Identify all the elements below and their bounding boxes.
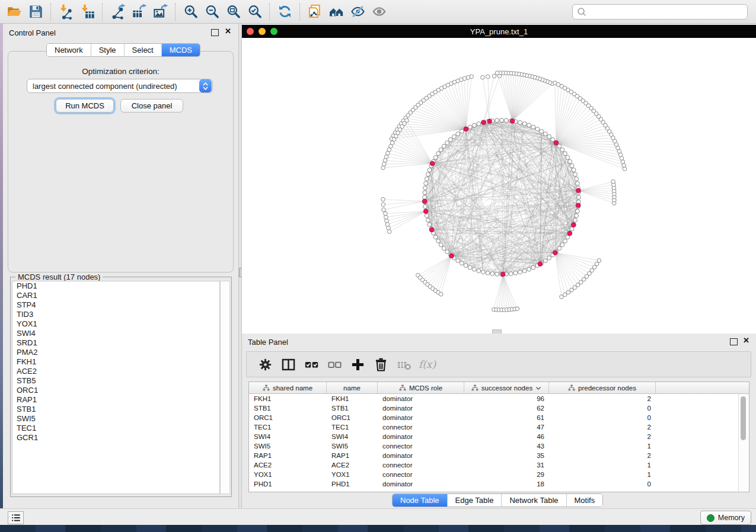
mcds-result-item[interactable]: STP4 [12, 300, 219, 310]
table-cell: STB1 [249, 405, 327, 412]
table-cell: RAP1 [249, 452, 327, 459]
table-row[interactable]: ORC1ORC1dominator610 [249, 413, 749, 422]
mcds-result-item[interactable]: GCR1 [12, 433, 219, 443]
zoom-selected-button[interactable] [244, 2, 265, 22]
table-scrollbar[interactable] [738, 394, 748, 492]
deselect-all-button[interactable] [323, 354, 346, 375]
tab-network-table[interactable]: Network Table [502, 494, 566, 507]
network-graph[interactable] [242, 38, 756, 334]
export-network-button[interactable] [107, 2, 128, 22]
tab-edge-table[interactable]: Edge Table [448, 494, 502, 507]
column-header-shared-name[interactable]: shared name [249, 382, 327, 393]
table-cell: connector [378, 424, 464, 431]
table-cell: FKH1 [327, 395, 378, 402]
add-column-button[interactable] [346, 354, 369, 375]
table-cell: 29 [464, 471, 549, 478]
mcds-result-item[interactable]: TID3 [12, 310, 219, 319]
network-canvas[interactable] [242, 38, 756, 334]
mcds-result-item[interactable]: ACE2 [12, 367, 219, 376]
refresh-button[interactable] [274, 2, 295, 22]
visibility-button[interactable] [368, 2, 390, 22]
table-row[interactable]: SWI5SWI5connector431 [249, 441, 749, 451]
export-table-button[interactable] [128, 2, 149, 22]
column-header-predecessor-nodes[interactable]: predecessor nodes [549, 382, 656, 393]
homology-search-button[interactable] [326, 2, 347, 22]
delete-table-button[interactable] [393, 354, 416, 375]
table-row[interactable]: PHD1PHD1dominator180 [249, 479, 749, 489]
column-header-successor-nodes[interactable]: successor nodes [464, 382, 549, 393]
table-row[interactable]: SWI4SWI4dominator462 [249, 432, 749, 441]
open-button[interactable] [4, 2, 25, 22]
export-image-button[interactable] [149, 2, 171, 22]
mcds-result-item[interactable]: STB5 [12, 376, 219, 386]
network-window-titlebar[interactable]: YPA_prune.txt_1 [242, 25, 756, 38]
delete-column-button[interactable] [369, 354, 393, 375]
mcds-result-item[interactable]: SRD1 [12, 338, 219, 348]
export-table-icon [131, 4, 147, 20]
optimization-select-value: largest connected component (undirected) [27, 82, 199, 91]
save-button[interactable] [25, 2, 46, 22]
task-history-button[interactable] [8, 511, 24, 524]
search-box[interactable] [572, 4, 748, 20]
table-row[interactable]: TEC1TEC1connector472 [249, 422, 749, 432]
table-row[interactable]: YOX1YOX1connector291 [249, 470, 749, 479]
zoom-out-button[interactable] [201, 2, 222, 22]
zoom-in-button[interactable] [180, 2, 201, 22]
mcds-result-item[interactable]: SWI5 [12, 414, 219, 424]
column-header-MCDS-role[interactable]: MCDS role [378, 382, 464, 393]
table-cell: ACE2 [249, 462, 327, 469]
column-header-name[interactable]: name [327, 382, 378, 393]
hide-visibility-button[interactable] [347, 2, 368, 22]
search-input[interactable] [587, 7, 744, 17]
mcds-list-scrollbar[interactable] [220, 281, 230, 494]
table-cell: 1 [549, 471, 656, 478]
mcds-result-item[interactable]: FKH1 [12, 357, 219, 367]
function-builder-button[interactable]: f(x) [416, 354, 439, 375]
zoom-fit-button[interactable] [222, 2, 244, 22]
show-columns-button[interactable] [277, 354, 300, 375]
open-icon [7, 4, 23, 20]
close-panel-button[interactable]: Close panel [120, 99, 183, 113]
table-close-icon[interactable]: ✕ [743, 336, 749, 345]
table-row[interactable]: RAP1RAP1dominator352 [249, 451, 749, 460]
mcds-result-item[interactable]: TEC1 [12, 424, 219, 433]
toolbar-separator [50, 3, 51, 21]
mcds-result-item[interactable]: YOX1 [12, 319, 219, 329]
mcds-result-item[interactable]: RAP1 [12, 395, 219, 405]
mcds-result-item[interactable]: PMA2 [12, 348, 219, 357]
table-scrollbar-thumb[interactable] [741, 396, 746, 440]
table-cell: dominator [378, 395, 464, 402]
table-float-icon[interactable] [730, 338, 738, 345]
table-row[interactable]: ACE2ACE2connector311 [249, 460, 749, 470]
homology-search-icon [328, 4, 344, 20]
import-table-button[interactable] [76, 2, 98, 22]
optimization-select[interactable]: largest connected component (undirected) [27, 79, 213, 93]
run-mcds-button[interactable]: Run MCDS [56, 99, 114, 113]
float-panel-icon[interactable] [211, 29, 219, 36]
table-row[interactable]: STB1STB1dominator620 [249, 403, 749, 413]
table-cell: 18 [464, 480, 549, 488]
tab-motifs[interactable]: Motifs [567, 494, 603, 507]
clone-network-button[interactable] [304, 2, 326, 22]
export-network-icon [110, 4, 126, 20]
mcds-result-item[interactable]: CAR1 [12, 291, 219, 300]
select-all-button[interactable] [300, 354, 323, 375]
mcds-result-list[interactable]: PHD1CAR1STP4TID3YOX1SWI4SRD1PMA2FKH1ACE2… [12, 281, 220, 494]
tab-network[interactable]: Network [47, 44, 91, 56]
mcds-result-item[interactable]: PHD1 [12, 281, 219, 291]
mcds-result-item[interactable]: STB1 [12, 405, 219, 414]
main-toolbar [0, 0, 756, 24]
close-panel-icon[interactable]: ✕ [225, 27, 231, 36]
tab-mcds[interactable]: MCDS [162, 44, 200, 56]
cytoscape-app: Control Panel ✕ NetworkStyleSelectMCDS O… [0, 0, 756, 532]
table-row[interactable]: FKH1FKH1dominator962 [249, 394, 749, 403]
memory-button[interactable]: Memory [700, 511, 751, 525]
mcds-result-item[interactable]: ORC1 [12, 386, 219, 395]
import-network-button[interactable] [55, 2, 76, 22]
tab-node-table[interactable]: Node Table [393, 494, 448, 507]
table-cell: 61 [464, 414, 549, 421]
mcds-result-item[interactable]: SWI4 [12, 329, 219, 338]
column-settings-button[interactable] [254, 354, 277, 375]
tab-select[interactable]: Select [125, 44, 162, 56]
tab-style[interactable]: Style [91, 44, 125, 56]
